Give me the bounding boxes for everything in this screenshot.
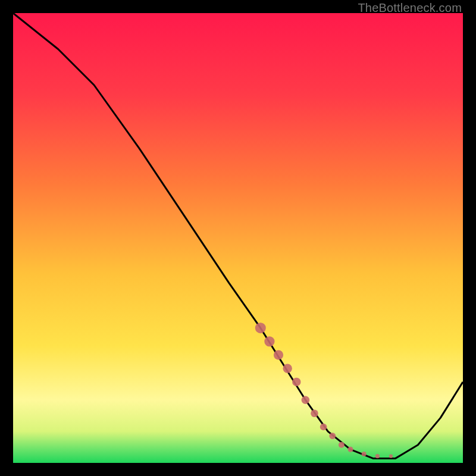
highlight-dot — [320, 424, 327, 431]
watermark-text: TheBottleneck.com — [358, 1, 462, 15]
chart-svg — [13, 13, 463, 463]
highlight-dot — [375, 454, 380, 458]
highlight-dot — [311, 410, 318, 418]
highlight-dot — [292, 378, 300, 386]
highlight-dot — [362, 452, 367, 456]
highlight-dot — [389, 455, 393, 458]
highlight-dot — [274, 350, 283, 360]
highlight-dot — [348, 447, 353, 452]
highlight-dot — [329, 433, 336, 439]
highlight-dot — [264, 336, 274, 346]
highlight-dot — [283, 364, 292, 373]
gradient-background — [13, 13, 463, 463]
highlight-dot — [339, 442, 345, 448]
highlight-dot — [255, 322, 266, 333]
chart-frame — [13, 13, 463, 463]
highlight-dot — [302, 396, 310, 404]
